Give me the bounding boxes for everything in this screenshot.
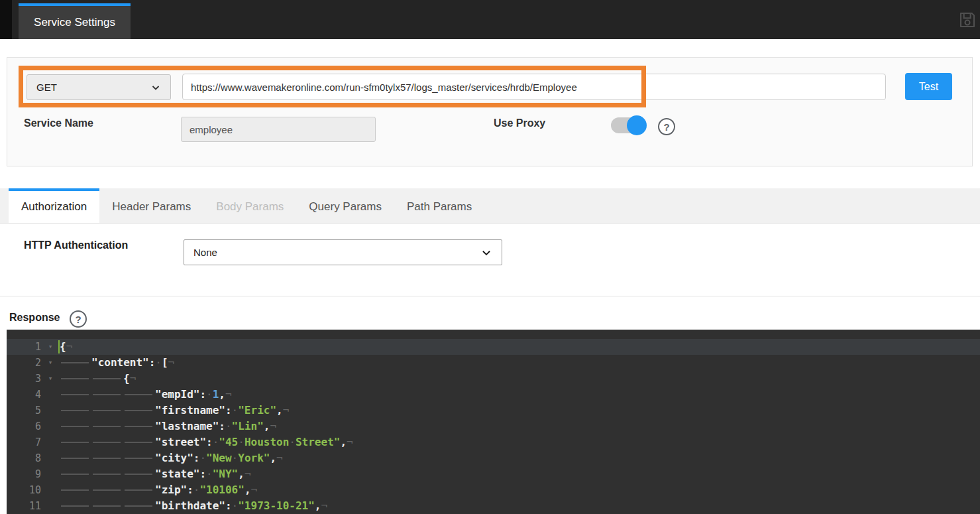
tab-query-params[interactable]: Query Params [296, 188, 394, 223]
use-proxy-help-icon[interactable]: ? [658, 118, 675, 135]
code-text: "content":·[¬ [60, 356, 174, 369]
line-number: 11 [7, 498, 41, 514]
service-settings-tab-label: Service Settings [34, 16, 115, 29]
fold-arrow-icon[interactable]: ▾ [41, 355, 60, 371]
method-select[interactable]: GET [27, 74, 171, 100]
code-line: 3▾{¬ [7, 371, 980, 387]
code-text: "empId":·1,¬ [60, 388, 232, 401]
section-divider [0, 296, 980, 296]
method-select-value: GET [36, 82, 57, 93]
line-number: 9 [7, 466, 41, 482]
tab-header-params[interactable]: Header Params [99, 188, 203, 223]
toggle-knob [627, 115, 647, 135]
tab-authorization[interactable]: Authorization [9, 188, 99, 223]
code-text: {¬ [60, 372, 136, 385]
code-line: 2▾"content":·[¬ [7, 355, 980, 371]
code-line: 10"zip":·"10106",¬ [7, 482, 980, 498]
line-number: 2 [7, 355, 41, 371]
line-number: 3 [7, 371, 41, 387]
topbar: Service Settings [0, 0, 980, 39]
code-line: 11"birthdate":·"1973-10-21",¬ [7, 498, 980, 514]
code-text: "state":·"NY",¬ [60, 468, 251, 480]
code-line: 6"lastname":·"Lin",¬ [7, 418, 980, 434]
code-line: 7"street":·"45·Houston·Street",¬ [7, 434, 980, 450]
line-number: 1 [7, 339, 41, 355]
code-text: "birthdate":·"1973-10-21",¬ [60, 499, 327, 512]
line-number: 7 [7, 434, 41, 450]
service-name-label: Service Name [24, 117, 93, 129]
tab-path-params[interactable]: Path Params [394, 188, 484, 223]
code-line: 4"empId":·1,¬ [7, 387, 980, 403]
response-editor[interactable]: 1▾{¬2▾"content":·[¬3▾{¬4"empId":·1,¬5"fi… [7, 330, 980, 514]
service-name-input [181, 117, 376, 142]
topbar-left-strip [0, 0, 12, 39]
fold-arrow-icon[interactable]: ▾ [41, 339, 60, 355]
line-number: 8 [7, 450, 41, 466]
tab-body-params: Body Params [203, 188, 296, 223]
line-number: 10 [7, 482, 41, 498]
text-cursor [58, 340, 60, 353]
http-authentication-value: None [193, 247, 217, 258]
code-line: 9"state":·"NY",¬ [7, 466, 980, 482]
code-text: "zip":·"10106",¬ [60, 483, 257, 496]
use-proxy-toggle[interactable] [611, 117, 645, 133]
code-line: 1▾{¬ [7, 339, 980, 355]
save-icon[interactable] [957, 9, 978, 31]
code-line: 8"city":·"New·York",¬ [7, 450, 980, 466]
fold-arrow-icon[interactable]: ▾ [41, 371, 60, 387]
response-editor-lines: 1▾{¬2▾"content":·[¬3▾{¬4"empId":·1,¬5"fi… [7, 339, 980, 514]
response-label: Response [9, 312, 60, 324]
test-button[interactable]: Test [905, 73, 952, 100]
code-line: 5"firstname":·"Eric",¬ [7, 403, 980, 418]
url-input[interactable] [182, 74, 886, 100]
http-authentication-label: HTTP Authentication [24, 239, 128, 251]
line-number: 4 [7, 387, 41, 403]
code-text: "lastname":·"Lin",¬ [60, 420, 276, 432]
response-help-icon[interactable]: ? [70, 310, 87, 328]
use-proxy-label: Use Proxy [494, 117, 545, 129]
line-number: 6 [7, 418, 41, 434]
line-number: 5 [7, 403, 41, 418]
tab-bar: AuthorizationHeader ParamsBody ParamsQue… [0, 188, 980, 224]
http-authentication-select[interactable]: None [184, 239, 502, 265]
code-text: "city":·"New·York",¬ [60, 452, 283, 464]
code-text: "firstname":·"Eric",¬ [60, 404, 289, 417]
chevron-down-icon [480, 247, 492, 259]
code-text: "street":·"45·Houston·Street",¬ [60, 436, 353, 448]
chevron-down-icon [150, 82, 161, 93]
code-text: {¬ [60, 340, 72, 353]
tab-service-settings[interactable]: Service Settings [19, 3, 131, 39]
